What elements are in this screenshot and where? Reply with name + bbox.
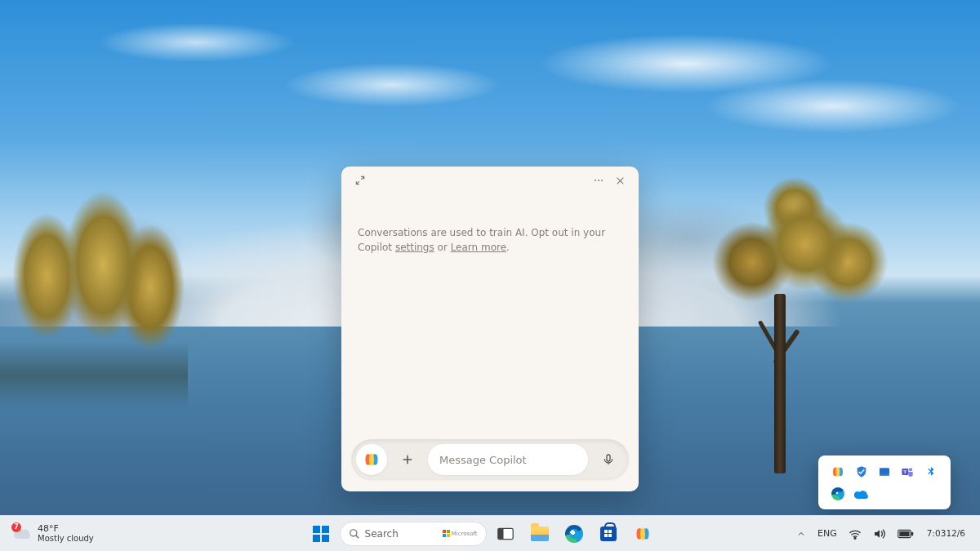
taskbar-center: Search Microsoft [172, 518, 791, 549]
svg-rect-3 [607, 455, 610, 461]
volume-icon[interactable] [868, 518, 891, 549]
tray-bluetooth-icon[interactable] [921, 462, 941, 481]
svg-rect-5 [880, 474, 889, 475]
search-label: Search [365, 528, 399, 540]
copilot-panel: Conversations are used to train AI. Opt … [341, 167, 639, 491]
svg-point-10 [350, 529, 356, 535]
edge-icon [565, 525, 583, 543]
svg-point-8 [909, 468, 912, 471]
store-icon [600, 527, 617, 541]
wifi-icon[interactable] [844, 518, 866, 549]
weather-temp: 48°F [38, 524, 94, 534]
search-brand: Microsoft [443, 530, 478, 537]
taskbar-right: ENG 7:03 12/6 [791, 518, 972, 549]
search-icon [349, 528, 360, 540]
file-explorer-icon [531, 527, 549, 541]
svg-text:T: T [904, 469, 907, 474]
clock[interactable]: 7:03 12/6 [920, 518, 972, 549]
weather-icon: 7 [13, 524, 33, 544]
clock-date: 12/6 [946, 528, 965, 539]
wallpaper-tree-right [678, 163, 890, 457]
weather-desc: Mostly cloudy [38, 534, 94, 543]
microsoft-store-button[interactable] [593, 518, 624, 549]
close-icon[interactable] [609, 170, 630, 191]
copilot-notice: Conversations are used to train AI. Opt … [341, 194, 639, 429]
start-button[interactable] [305, 518, 336, 549]
tray-chevron-button[interactable] [791, 518, 811, 549]
language-indicator[interactable]: ENG [813, 518, 842, 549]
copilot-message-field[interactable] [428, 444, 588, 475]
tray-teams-icon[interactable]: T [898, 462, 917, 481]
edge-button[interactable] [559, 518, 590, 549]
tray-your-phone-icon[interactable] [875, 462, 894, 481]
microphone-icon[interactable] [593, 444, 624, 475]
weather-text: 48°F Mostly cloudy [38, 524, 94, 543]
clock-time: 7:03 [927, 528, 947, 539]
svg-point-13 [854, 537, 856, 539]
svg-point-2 [601, 180, 603, 181]
svg-rect-15 [899, 531, 909, 535]
notice-text-end: . [506, 242, 510, 253]
notice-text-mid: or [434, 242, 451, 253]
search-box[interactable]: Search Microsoft [340, 522, 487, 546]
settings-link[interactable]: settings [395, 242, 434, 253]
tray-security-icon[interactable] [851, 462, 871, 481]
svg-rect-16 [911, 531, 913, 535]
copilot-taskbar-button[interactable] [627, 518, 658, 549]
tray-overflow-popup: T [818, 455, 951, 509]
taskbar-left: 7 48°F Mostly cloudy [8, 521, 172, 547]
svg-rect-12 [497, 528, 503, 539]
copilot-brand-icon[interactable] [356, 444, 387, 475]
wallpaper-trees-left [0, 188, 188, 408]
expand-icon[interactable] [350, 170, 371, 191]
battery-icon[interactable] [893, 518, 919, 549]
copilot-input-pill [351, 439, 629, 480]
svg-rect-4 [880, 468, 889, 474]
task-view-icon [497, 527, 514, 541]
chevron-up-icon [796, 529, 806, 539]
svg-point-1 [598, 180, 599, 181]
tray-onedrive-icon[interactable] [851, 484, 871, 503]
svg-point-0 [595, 180, 596, 181]
copilot-input-row [341, 429, 639, 491]
file-explorer-button[interactable] [524, 518, 555, 549]
task-view-button[interactable] [490, 518, 521, 549]
windows-logo-icon [313, 526, 329, 542]
tray-edge-icon[interactable] [828, 484, 848, 503]
weather-widget[interactable]: 7 48°F Mostly cloudy [8, 521, 99, 547]
taskbar: 7 48°F Mostly cloudy Search Microsoft [0, 515, 980, 551]
weather-alert-badge: 7 [11, 522, 21, 532]
copilot-icon [635, 526, 651, 542]
copilot-message-input[interactable] [439, 454, 577, 466]
learn-more-link[interactable]: Learn more [451, 242, 506, 253]
more-icon[interactable] [588, 170, 609, 191]
plus-icon[interactable] [392, 444, 423, 475]
copilot-header [341, 167, 639, 194]
tray-copilot-icon[interactable] [828, 462, 848, 481]
